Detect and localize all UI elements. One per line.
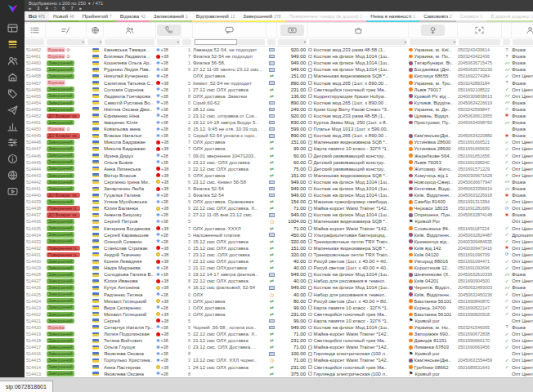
filter-address-dropdown[interactable]: ▾ (410, 39, 456, 45)
table-row[interactable]: 514421 Завершений Сергей +38 5 99.00 Кар… (25, 318, 533, 324)
table-row[interactable]: 514455 Завершений Людмила Гончарова ✻ +3… (25, 93, 533, 100)
comment-filter-input[interactable] (195, 39, 237, 45)
status-tab[interactable]: Відправлений 12 (192, 11, 239, 22)
filter-phone-dropdown[interactable]: ▾ (157, 39, 180, 45)
col-address-header[interactable] (409, 23, 458, 38)
table-row[interactable]: 514429 Завершений Надія Мерзаєва ✻ +38 3… (25, 265, 533, 271)
page-number[interactable]: 6 (62, 6, 65, 11)
table-row[interactable]: 514436 Завершений Сергей Петров ✻ +38 5 … (25, 218, 533, 225)
table-row[interactable]: 514459 Завершений Руденко Лидия Пав.. ✻ … (25, 66, 533, 73)
table-row[interactable]: 514437 ДО Возврат ок.. Анжела Безушку ✻ … (25, 212, 533, 218)
col-client-type-header[interactable] (512, 23, 533, 38)
table-row[interactable]: 514432 Повернення (з.. Станіслав Стрижак… (25, 245, 533, 252)
filter-products-dropdown[interactable]: ▾ (309, 39, 407, 45)
filter-client-type[interactable] (513, 39, 533, 45)
dashboard-icon[interactable] (0, 20, 25, 36)
filter-tracking[interactable] (459, 39, 500, 45)
table-row[interactable]: 514419 Завершений Лилия Подолинская +38 … (25, 331, 533, 337)
status-tab[interactable]: Самовивіз 2 (419, 11, 456, 22)
col-payment-header[interactable] (266, 23, 277, 38)
col-calls-header[interactable] (181, 23, 193, 38)
col-status-header[interactable] (46, 23, 87, 38)
table-row[interactable]: 514425 Завершений Радченко Тетяна ✻ +38 … (25, 291, 533, 297)
table-row[interactable]: 514431 Повернення (з.. Андрій Ткаченко +… (25, 252, 533, 258)
status-tab[interactable]: Прийнятий 7 (78, 11, 116, 22)
page-number[interactable]: 4 (45, 6, 47, 11)
marketing-icon[interactable] (0, 101, 25, 118)
filter-client[interactable] (105, 39, 155, 45)
table-row[interactable]: 514460 Завершений Кошелева Ольга Ар.. ✻ … (25, 60, 533, 66)
last-page-button[interactable]: » (79, 6, 82, 11)
table-row[interactable]: 514413 Завершений Яковлева Оксана ✻ +38 … (25, 371, 533, 377)
table-row[interactable]: 514422 Завершений Михаил Гилецький +38 3… (25, 311, 533, 318)
table-row[interactable]: 514439 Завершений Уляна Мусійовська ✻ +3… (25, 198, 533, 205)
filter-calls[interactable] (182, 39, 191, 45)
table-row[interactable]: 514457 Відмова Салегина Татьяна С.. +38 … (25, 79, 533, 86)
filter-country-dropdown[interactable]: ▾ (87, 39, 102, 45)
table-row[interactable]: 514426 Завершений Кучук Антонина +38 4 1… (25, 284, 533, 291)
table-row[interactable]: 514440 ДО Возврат ок.. Гуцалюк Галина ✻ … (25, 192, 533, 198)
warehouse-icon[interactable] (0, 69, 25, 85)
table-row[interactable]: 514441 Завершений Захарченко Люба +38 5 … (25, 185, 533, 192)
table-row[interactable]: 514450 Відмова ⊙ Ковальова анна ✻ +38 8 … (25, 126, 533, 132)
table-row[interactable]: 514444 Завершений Анна Липенська +38 3 2… (25, 166, 533, 172)
table-row[interactable]: 514424 Завершений Михаил Гилецький +38 3… (25, 298, 533, 305)
table-row[interactable]: 514435 Завершений Катерина Богданова +38… (25, 225, 533, 232)
filter-mark[interactable] (503, 39, 510, 45)
col-comment-header[interactable] (193, 23, 266, 38)
filter-status-dropdown[interactable]: ▾ (47, 39, 85, 45)
table-row[interactable]: 514445 Завершений Ольга Божик ✻ +38 9 23… (25, 159, 533, 166)
table-row[interactable]: 514461 Відмова ⊙ Близнюк Людмила .. +38 … (25, 53, 533, 60)
table-row[interactable]: 514452 ДО Возврат ок.. Єфименко Ніна ✻ +… (25, 113, 533, 119)
table-row[interactable]: 514430 Завершений Ксенія Левадняя +38 7 … (25, 258, 533, 265)
orders-icon[interactable] (0, 36, 25, 52)
video-icon[interactable] (0, 183, 25, 199)
first-page-button[interactable]: « (29, 6, 31, 11)
table-row[interactable]: 514453 Завершений Нікітіна Оксана Дми.. … (25, 106, 533, 113)
settings-sliders-icon[interactable] (0, 134, 25, 150)
table-row[interactable]: 514449 ДО Возврат ок.. Власюк Наталья ✻ … (25, 132, 533, 139)
table-row[interactable]: 514458 Завершений Николай Кучеренко ✻ +3… (25, 73, 533, 79)
table-row[interactable]: 514446 Завершений Ирина Дидух ✻ +38 7 09… (25, 153, 533, 159)
status-tab[interactable]: Повернення товару (в дорозі) 0 (285, 11, 367, 22)
statistics-icon[interactable] (0, 118, 25, 134)
table-row[interactable]: 514447 Завершений Микола Бадражан +38 7 … (25, 145, 533, 152)
table-row[interactable]: 514442 Завершений Сергієнко Ірина Ми.. +… (25, 179, 533, 185)
table-row[interactable]: 514418 Завершений Тетяна Войтович ✻ +38 … (25, 337, 533, 344)
col-id-header[interactable] (25, 23, 46, 38)
status-tab[interactable]: Запакований 1 (150, 11, 192, 22)
col-phone-header[interactable] (156, 23, 181, 38)
table-row[interactable]: 514451 Завершений Іващенко Юлія ✻ +38 2 … (25, 119, 533, 126)
table-row[interactable]: 514415 Завершений Горпулько Христина.. ✻… (25, 357, 533, 363)
table-row[interactable]: 514428 Завершений Солодкова Галина В.. ✻… (25, 271, 533, 278)
col-price-header[interactable] (277, 23, 308, 38)
filter-payment[interactable] (267, 39, 275, 45)
status-tab[interactable]: Сервіси 0 (456, 11, 486, 22)
network-globe-icon[interactable] (0, 167, 25, 183)
status-tab[interactable]: Всі 471 (25, 11, 49, 22)
table-row[interactable]: 514427 Завершений Юлия Иванова +38 8 22.… (25, 278, 533, 284)
status-tab[interactable]: Нема в наявності 1 (366, 11, 419, 22)
table-row[interactable]: 514423 Завершений Вера Скляренко ✻ +38 1… (25, 305, 533, 311)
table-row[interactable]: 514454 Завершений Самотій Руслана Во.. ✻… (25, 100, 533, 106)
page-number[interactable]: 7 (70, 6, 73, 11)
status-tab[interactable]: Завершений 278 (239, 11, 284, 22)
table-row[interactable]: 514416 Завершений Яковлева Оксана ✻ +38 … (25, 350, 533, 357)
clients-icon[interactable] (0, 52, 25, 69)
table-row[interactable]: 514433 Завершений Олексій Семанін ✻ +38 … (25, 238, 533, 245)
table-row[interactable]: 514456 Завершений Соломія Сідоніна ✻ +38… (25, 87, 533, 93)
table-row[interactable]: 514462 Відмова ⊙ Каневська Тамара .. ✻ +… (25, 47, 533, 53)
app-logo[interactable] (0, 0, 25, 15)
page-range-caret[interactable]: ▾ (88, 1, 91, 6)
table-row[interactable]: 514438 Повернення (з.. Юлия Баланюк +38 … (25, 205, 533, 212)
table-row[interactable]: 514434 Завершений Сергей Карамышев ✻ +38… (25, 232, 533, 238)
info-icon[interactable] (0, 150, 25, 167)
col-country-header[interactable] (87, 23, 104, 38)
filter-id[interactable] (25, 39, 44, 45)
table-row[interactable]: 514420 Відмова Ситарчук Наталія Гр.. ✻ +… (25, 324, 533, 331)
table-row[interactable]: 514448 Завершений Микола Бадражан +38 7 … (25, 139, 533, 145)
status-tab[interactable]: В дорозі додому 0 (486, 11, 533, 22)
col-mark-header[interactable] (502, 23, 512, 38)
col-client-header[interactable] (104, 23, 156, 38)
page-number[interactable]: 5 (54, 6, 56, 11)
